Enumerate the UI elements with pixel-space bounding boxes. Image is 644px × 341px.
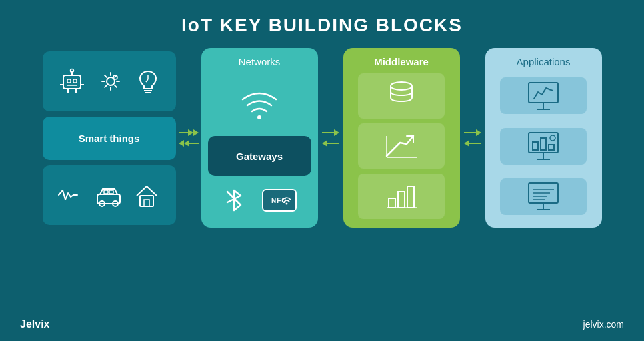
svg-rect-19 xyxy=(104,190,108,194)
gear-icon xyxy=(95,66,126,97)
brand-url: jelvix.com xyxy=(583,319,624,330)
line-chart-icon xyxy=(383,129,420,163)
svg-rect-40 xyxy=(549,145,554,150)
svg-point-41 xyxy=(550,135,555,141)
arrow-smart-networks xyxy=(176,129,201,147)
svg-rect-0 xyxy=(63,75,81,89)
arrow-right-2 xyxy=(322,129,339,136)
svg-rect-38 xyxy=(533,142,538,150)
gateways-box: Gateways xyxy=(208,136,311,176)
bar-chart-icon xyxy=(383,180,420,213)
applications-label: Applications xyxy=(517,56,571,67)
waveform-icon xyxy=(56,180,87,210)
smart-things-column: Smart things xyxy=(43,51,176,225)
presentation-chart-1-icon xyxy=(523,80,563,112)
networks-label: Networks xyxy=(239,56,281,67)
lightbulb-icon xyxy=(135,66,161,97)
nfc-card: NFC xyxy=(262,189,297,212)
applications-column: Applications xyxy=(485,48,602,228)
middleware-icons xyxy=(350,73,453,220)
arrow-left-2 xyxy=(322,140,339,147)
arrow-networks-middleware xyxy=(318,129,343,147)
networks-column: Networks Gateways NFC xyxy=(201,48,318,228)
svg-rect-20 xyxy=(109,190,113,194)
svg-rect-29 xyxy=(398,192,405,208)
svg-point-24 xyxy=(285,203,287,205)
database-icon-box xyxy=(358,73,445,119)
arrow-left-3 xyxy=(464,140,481,147)
smart-things-bottom-box xyxy=(43,165,176,225)
robot-icon xyxy=(57,66,87,97)
arrow-right-3 xyxy=(464,129,481,136)
svg-rect-39 xyxy=(541,138,546,150)
svg-rect-30 xyxy=(407,186,414,208)
svg-point-23 xyxy=(257,115,261,119)
house-icon xyxy=(131,180,162,210)
applications-icons xyxy=(492,73,595,220)
diagram-area: Smart things xyxy=(0,48,644,228)
bluetooth-icon xyxy=(222,184,246,217)
svg-rect-21 xyxy=(140,196,153,206)
bar-chart-icon-box xyxy=(358,174,445,219)
presentation-chart-1-box xyxy=(500,77,587,114)
database-icon xyxy=(385,77,418,114)
smart-things-label-box: Smart things xyxy=(43,117,176,160)
arrow-right-1 xyxy=(179,129,199,136)
svg-point-25 xyxy=(391,82,412,90)
svg-line-15 xyxy=(146,79,148,82)
arrow-left-1 xyxy=(179,140,199,147)
svg-point-4 xyxy=(70,69,73,72)
svg-rect-22 xyxy=(144,200,149,206)
brand-name: Jelvix xyxy=(20,318,49,330)
footer: Jelvix jelvix.com xyxy=(20,318,624,330)
page-title: IoT KEY BUILDING BLOCKS xyxy=(0,0,644,36)
nfc-wifi-icon xyxy=(281,193,293,205)
wifi-icon xyxy=(236,85,283,121)
svg-rect-28 xyxy=(389,198,395,208)
line-chart-icon-box xyxy=(358,123,445,169)
arrow-middleware-applications xyxy=(460,129,485,147)
smart-things-top-box xyxy=(43,51,176,111)
presentation-chart-3-icon xyxy=(523,180,563,212)
middleware-column: Middleware xyxy=(343,48,460,228)
presentation-chart-3-box xyxy=(500,178,587,215)
middleware-label: Middleware xyxy=(374,56,429,67)
svg-rect-16 xyxy=(97,194,120,204)
smart-things-label: Smart things xyxy=(79,133,140,144)
presentation-chart-2-icon xyxy=(523,130,563,162)
svg-rect-1 xyxy=(67,79,71,83)
svg-rect-2 xyxy=(73,79,77,83)
wifi-icon-area xyxy=(236,75,283,131)
presentation-chart-2-box xyxy=(500,128,587,165)
bottom-icons-row: NFC xyxy=(208,181,311,220)
car-icon xyxy=(93,180,124,210)
gateways-label: Gateways xyxy=(236,151,283,162)
